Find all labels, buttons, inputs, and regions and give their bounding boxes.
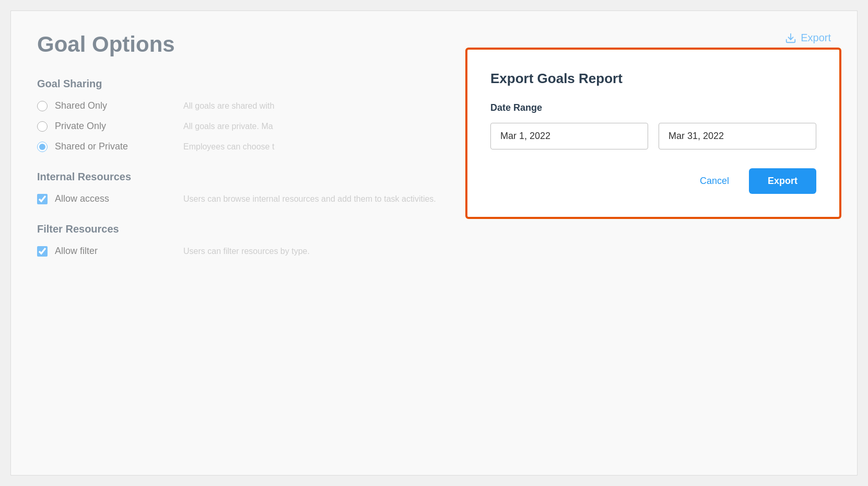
- export-modal: Export Goals Report Date Range Cancel Ex…: [465, 48, 841, 219]
- date-inputs: [490, 123, 816, 149]
- modal-actions: Cancel Export: [490, 168, 816, 194]
- start-date-input[interactable]: [490, 123, 648, 149]
- date-range-label: Date Range: [490, 102, 816, 113]
- export-button[interactable]: Export: [749, 168, 816, 194]
- modal-overlay: Export Goals Report Date Range Cancel Ex…: [11, 11, 857, 475]
- end-date-input[interactable]: [659, 123, 816, 149]
- cancel-button[interactable]: Cancel: [690, 170, 738, 192]
- modal-title: Export Goals Report: [490, 71, 816, 87]
- page-container: Goal Options Export Goal Sharing Shared …: [10, 10, 858, 476]
